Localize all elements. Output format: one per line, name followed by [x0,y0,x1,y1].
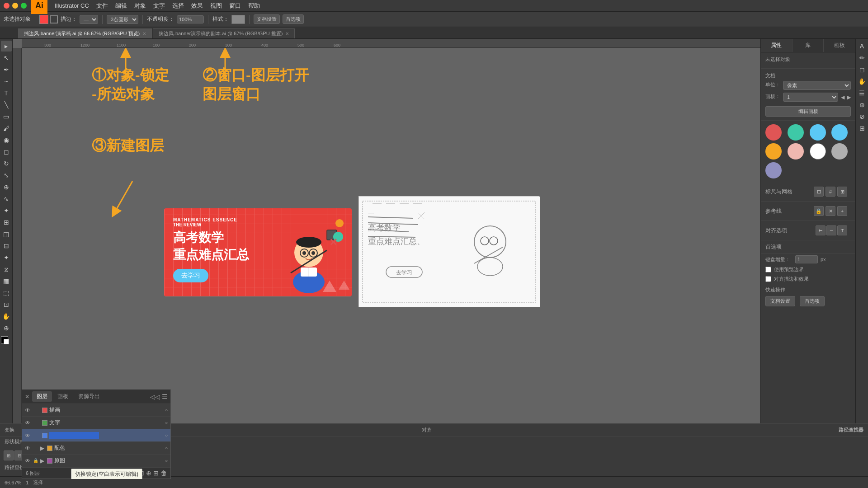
banner-cta-button[interactable]: 去学习 [173,269,208,282]
tool-warp[interactable]: ⊕ [1,182,12,192]
layer-eye-text[interactable]: 👁 [25,420,33,426]
tab-copy[interactable]: 揣边风-banner演示稿的副本.ai @ 67% (RGB/GPU 推置) ✕ [153,28,295,38]
layer-row-text[interactable]: 👁 文字 ○ [22,417,170,429]
menu-edit[interactable]: 编辑 [112,2,131,10]
layer-row-draw[interactable]: 👁 描画 ○ [22,404,170,417]
align-left-edge[interactable]: ⊢ [816,225,826,235]
menu-illustrator[interactable]: Illustrator CC [51,2,93,9]
tool-scale[interactable]: ⤡ [1,170,12,181]
menu-effect[interactable]: 效果 [188,2,207,10]
color-switcher[interactable] [1,336,12,350]
layer-eye-orig[interactable]: 👁 [25,458,33,464]
export-tab[interactable]: 资源导出 [74,391,104,402]
lock-guides-icon[interactable]: 🔒 [814,206,824,216]
tab-main-close[interactable]: ✕ [142,31,146,36]
right-icon-plus[interactable]: ⊕ [857,99,868,110]
minimize-button[interactable] [12,3,18,9]
menu-help[interactable]: 帮助 [245,2,264,10]
template-select[interactable]: 1 [783,93,838,102]
right-icon-no[interactable]: ⊘ [857,111,868,122]
layer-eye-edit[interactable]: 👁 [25,432,33,439]
tool-pen[interactable]: ✒ [1,64,12,75]
tool-type[interactable]: T [1,88,12,99]
show-guides-icon[interactable]: ⊞ [837,187,847,197]
tool-line[interactable]: ╲ [1,99,12,110]
tool-rect[interactable]: ▭ [1,111,12,122]
swatch-lavender[interactable] [765,162,782,178]
preferences-button[interactable]: 首选项 [283,14,304,24]
layer-row-colors[interactable]: 👁 ▶ 配色 ○ [22,442,170,455]
tab-copy-close[interactable]: ✕ [285,31,289,36]
layers-tab[interactable]: 图层 [32,391,52,402]
opacity-input[interactable] [177,15,204,23]
tool-select[interactable]: ▸ [1,41,12,52]
right-icon-align2[interactable]: ☰ [857,88,868,99]
collapse-icon[interactable]: ◁◁ [150,393,160,400]
keyboard-value-input[interactable] [795,255,818,263]
unit-select[interactable]: 像素 [783,81,851,90]
layer-lock-orig[interactable]: 🔒 [33,458,40,463]
tool-mesh[interactable]: ⊟ [1,240,12,251]
right-icon-properties[interactable]: A [857,41,868,52]
next-artboard[interactable]: ▶ [847,94,851,100]
tool-free-transform[interactable]: ✦ [1,205,12,216]
swatch-cyan[interactable] [831,124,848,141]
tool-paint[interactable]: 🖌 [1,123,12,134]
add-guide-icon[interactable]: + [837,206,847,216]
tab-main[interactable]: 揣边风-banner演示稿.ai @ 66.67% (RGB/GPU 预览) ✕ [18,28,152,38]
expand-icon-colors[interactable]: ▶ [40,445,44,451]
align-center-h[interactable]: ⊣ [826,225,836,235]
menu-icon[interactable]: ☰ [162,393,168,400]
tool-gradient[interactable]: ◫ [1,229,12,239]
edit-template-btn[interactable]: 编辑画板 [765,106,851,117]
maximize-button[interactable] [21,3,27,9]
tool-chart[interactable]: ▦ [1,276,12,286]
right-icon-shape[interactable]: ◻ [857,64,868,75]
tool-zoom[interactable]: ⊕ [1,323,12,333]
right-icon-grid[interactable]: ⊞ [857,123,868,134]
swatch-gray[interactable] [831,143,848,160]
tool-slice[interactable]: ⊡ [1,299,12,310]
menu-window[interactable]: 窗口 [226,2,245,10]
artboard-tab-right[interactable]: 画板 [824,39,855,52]
layer-row-editing[interactable]: 👁 ○ [22,429,170,442]
tool-rotate[interactable]: ↻ [1,158,12,169]
circle-type-select[interactable]: 3点圆形 [107,15,138,24]
swatch-orange[interactable] [765,143,782,160]
show-rulers-icon[interactable]: ⊡ [814,187,824,197]
menu-text[interactable]: 文字 [150,2,169,10]
menu-object[interactable]: 对象 [131,2,150,10]
new-sublayer-button[interactable]: ⊕ [146,469,151,477]
show-grid-icon[interactable]: # [826,187,835,197]
prev-artboard[interactable]: ◀ [841,94,844,100]
artboard-tab[interactable]: 画板 [53,391,73,402]
new-layer-button[interactable]: ⊞ [153,469,159,477]
shape-unite[interactable]: ⊞ [4,450,14,460]
stroke-color-swatch[interactable] [50,15,58,23]
tool-eraser[interactable]: ◻ [1,146,12,157]
swatch-red[interactable] [765,124,782,141]
library-tab[interactable]: 库 [793,39,824,52]
right-icon-hand2[interactable]: ✋ [857,76,868,87]
swatch-light-blue[interactable] [810,124,826,141]
close-layers-icon[interactable]: ✕ [25,394,29,400]
menu-select[interactable]: 选择 [169,2,188,10]
corner-checkbox[interactable] [765,276,771,282]
tool-artboard[interactable]: ⬚ [1,287,12,298]
tool-hand[interactable]: ✋ [1,311,12,322]
menu-file[interactable]: 文件 [93,2,112,10]
tool-eyedropper[interactable]: ✦ [1,252,12,263]
stroke-weight-select[interactable]: — [80,15,98,24]
preview-checkbox[interactable] [765,267,771,272]
tool-direct-select[interactable]: ↖ [1,52,12,63]
close-button[interactable] [4,3,9,9]
swatch-white[interactable] [810,143,826,160]
tool-curvature[interactable]: ~ [1,76,12,87]
align-right-edge[interactable]: ⊤ [837,225,847,235]
doc-settings-button[interactable]: 文档设置 [254,14,280,24]
tool-shape-builder[interactable]: ⊞ [1,217,12,228]
tool-blob[interactable]: ◉ [1,135,12,145]
tool-blend[interactable]: ⧖ [1,264,12,275]
menu-view[interactable]: 视图 [207,2,226,10]
layer-eye-draw[interactable]: 👁 [25,407,33,413]
